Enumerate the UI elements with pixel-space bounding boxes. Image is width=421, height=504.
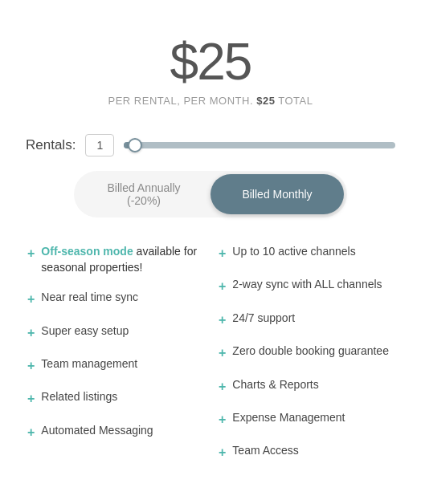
price-subtitle-amount: $25 <box>256 95 275 107</box>
plus-icon: + <box>27 424 35 441</box>
plus-icon: + <box>219 278 226 295</box>
feature-active-channels: + Up to 10 active channels <box>210 237 402 270</box>
plus-icon: + <box>27 291 35 308</box>
feature-expense-management-text: Expense Management <box>232 410 345 426</box>
feature-related-listings: + Related listings <box>19 382 210 415</box>
feature-easy-setup-text: Super easy setup <box>41 323 129 339</box>
feature-team-management-text: Team management <box>41 356 137 372</box>
feature-realtime-sync-text: Near real time sync <box>41 290 138 306</box>
slider-thumb[interactable] <box>128 138 142 152</box>
feature-auto-messaging: + Automated Messaging <box>19 416 210 449</box>
feature-2way-sync: + 2-way sync with ALL channels <box>210 270 402 303</box>
price-display: $25 <box>19 32 402 91</box>
feature-team-access: + Team Access <box>210 436 402 469</box>
feature-no-double-booking-text: Zero double booking guarantee <box>232 343 389 360</box>
plus-icon: + <box>27 324 35 342</box>
price-subtitle-post: TOTAL <box>278 95 313 107</box>
plus-icon: + <box>219 245 226 262</box>
rental-count: 1 <box>85 134 114 156</box>
price-section: $25 PER RENTAL, PER MONTH. $25 TOTAL <box>19 16 402 115</box>
feature-auto-messaging-text: Automated Messaging <box>41 423 153 439</box>
feature-off-season: + Off-season mode available for seasonal… <box>19 237 210 282</box>
feature-team-management: + Team management <box>19 349 210 382</box>
plus-icon: + <box>219 411 226 429</box>
plus-icon: + <box>219 344 226 362</box>
plus-icon: + <box>27 390 35 408</box>
feature-related-listings-text: Related listings <box>41 389 117 405</box>
feature-expense-management: + Expense Management <box>210 403 402 436</box>
feature-no-double-booking: + Zero double booking guarantee <box>210 336 402 369</box>
plus-icon: + <box>219 311 226 329</box>
billing-monthly-button[interactable]: Billed Monthly <box>210 174 344 214</box>
plus-icon: + <box>27 357 35 375</box>
features-right: + Up to 10 active channels + 2-way sync … <box>210 237 402 469</box>
features-grid: + Off-season mode available for seasonal… <box>19 237 402 469</box>
feature-charts-reports: + Charts & Reports <box>210 370 402 403</box>
feature-support: + 24/7 support <box>210 303 402 336</box>
slider-track <box>124 142 395 148</box>
rentals-section: Rentals: 1 <box>19 134 402 156</box>
feature-easy-setup: + Super easy setup <box>19 316 210 349</box>
feature-support-text: 24/7 support <box>232 311 295 327</box>
billing-toggle: Billed Annually (-20%) Billed Monthly <box>74 171 347 217</box>
price-subtitle-pre: PER RENTAL, PER MONTH. <box>108 95 254 107</box>
rentals-row: Rentals: 1 <box>26 134 395 156</box>
plus-icon: + <box>27 245 35 262</box>
pricing-container: $25 PER RENTAL, PER MONTH. $25 TOTAL Ren… <box>0 0 421 494</box>
rentals-label: Rentals: <box>26 137 76 153</box>
feature-team-access-text: Team Access <box>232 443 298 459</box>
plus-icon: + <box>219 444 226 461</box>
price-subtitle: PER RENTAL, PER MONTH. $25 TOTAL <box>19 95 402 107</box>
features-left: + Off-season mode available for seasonal… <box>19 237 210 469</box>
feature-2way-sync-text: 2-way sync with ALL channels <box>232 277 382 293</box>
feature-charts-reports-text: Charts & Reports <box>232 377 318 393</box>
rental-slider-wrapper[interactable] <box>124 134 395 156</box>
off-season-highlight: Off-season mode <box>41 245 133 258</box>
plus-icon: + <box>219 378 226 396</box>
feature-realtime-sync: + Near real time sync <box>19 282 210 315</box>
feature-active-channels-text: Up to 10 active channels <box>232 244 355 260</box>
billing-annually-button[interactable]: Billed Annually (-20%) <box>77 174 210 214</box>
feature-off-season-text: Off-season mode available for seasonal p… <box>41 244 202 275</box>
